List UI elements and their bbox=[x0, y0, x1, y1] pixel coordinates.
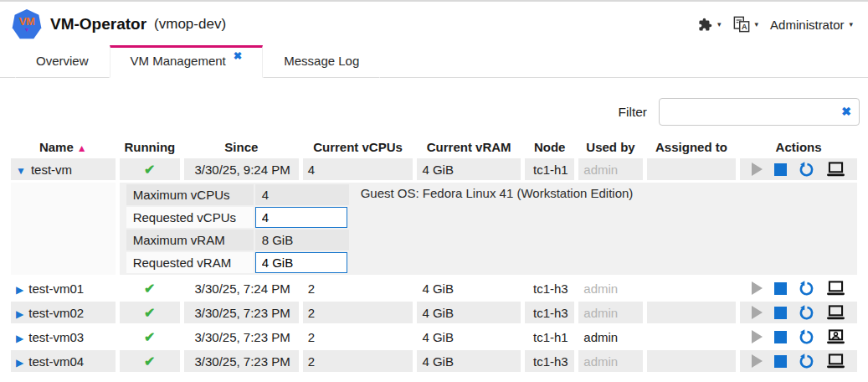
open-console-button[interactable] bbox=[826, 281, 845, 296]
translate-icon: A bbox=[733, 16, 750, 33]
property-label: Requested vRAM bbox=[126, 252, 254, 273]
running-check-icon: ✔ bbox=[144, 306, 155, 320]
column-header-name[interactable]: Name▲ bbox=[11, 138, 116, 156]
vm-name: test-vm02 bbox=[28, 306, 84, 320]
vm-since-cell: 3/30/25, 7:23 PM bbox=[184, 302, 299, 323]
start-vm-button[interactable] bbox=[752, 354, 763, 368]
vm-used-by-cell: admin bbox=[578, 158, 642, 180]
property-row: Requested vCPUs bbox=[126, 207, 349, 228]
open-console-button[interactable] bbox=[826, 354, 845, 369]
reset-vm-button[interactable] bbox=[799, 281, 814, 297]
vm-row-test-vm03: ▶test-vm03✔3/30/25, 7:23 PM24 GiBtc1-h1a… bbox=[11, 326, 857, 348]
expand-row-icon[interactable]: ▶ bbox=[16, 357, 23, 369]
vm-name: test-vm01 bbox=[28, 281, 84, 296]
start-vm-button[interactable] bbox=[752, 306, 763, 319]
stop-vm-button[interactable] bbox=[774, 331, 787, 343]
vm-current-vcpus-cell: 2 bbox=[303, 326, 413, 348]
console-in-use-icon bbox=[826, 329, 845, 344]
property-label: Maximum vRAM bbox=[126, 230, 254, 250]
vm-current-vram-cell: 4 GiB bbox=[417, 302, 521, 323]
vm-table: Name▲RunningSinceCurrent vCPUsCurrent vR… bbox=[7, 136, 861, 374]
reset-vm-button[interactable] bbox=[799, 329, 814, 345]
vm-name-cell: ▼test-vm bbox=[11, 158, 116, 180]
vm-node-cell: tc1-h1 bbox=[525, 326, 574, 348]
actions-group bbox=[745, 354, 852, 369]
vm-row-test-vm04: ▶test-vm04✔3/30/25, 7:23 PM24 GiBtc1-h3a… bbox=[11, 350, 857, 372]
vm-detail-panel: Maximum vCPUs4Requested vCPUsMaximum vRA… bbox=[120, 183, 857, 275]
components-menu-button[interactable]: ▾ bbox=[696, 14, 723, 35]
vm-operator-logo-icon: VM ▾ bbox=[12, 9, 42, 39]
reset-icon bbox=[799, 305, 814, 321]
vm-assigned-to-cell bbox=[647, 277, 737, 299]
property-value bbox=[255, 252, 349, 273]
actions-group bbox=[745, 305, 852, 321]
table-header-row: Name▲RunningSinceCurrent vCPUsCurrent vR… bbox=[11, 138, 857, 156]
reset-icon bbox=[799, 354, 814, 369]
vm-name: test-vm bbox=[31, 163, 72, 177]
tab-overview[interactable]: Overview bbox=[15, 44, 110, 78]
column-header-assigned-to[interactable]: Assigned to bbox=[647, 138, 737, 156]
language-menu-button[interactable]: A ▾ bbox=[732, 13, 761, 36]
property-value: 8 GiB bbox=[255, 230, 349, 250]
requested-vcpus-input[interactable] bbox=[255, 207, 347, 228]
stop-vm-button[interactable] bbox=[774, 307, 787, 319]
collapse-row-icon[interactable]: ▼ bbox=[16, 165, 26, 177]
expand-row-icon[interactable]: ▶ bbox=[16, 284, 23, 296]
filter-input[interactable] bbox=[659, 98, 860, 126]
vm-since-cell: 3/30/25, 7:23 PM bbox=[184, 326, 299, 348]
actions-group bbox=[745, 162, 852, 178]
expand-row-icon[interactable]: ▶ bbox=[16, 308, 23, 320]
column-header-actions[interactable]: Actions bbox=[740, 138, 857, 156]
column-header-used-by[interactable]: Used by bbox=[578, 138, 642, 156]
reset-vm-button[interactable] bbox=[799, 305, 814, 321]
chevron-down-icon: ▾ bbox=[717, 21, 722, 28]
vm-assigned-to-cell bbox=[647, 326, 737, 348]
clear-filter-icon[interactable]: ✖ bbox=[841, 105, 851, 118]
tab-message-log[interactable]: Message Log bbox=[263, 44, 380, 78]
column-header-current-vcpus[interactable]: Current vCPUs bbox=[303, 138, 413, 156]
vm-operator-app: VM ▾ VM-Operator (vmop-dev) ▾ A ▾ bbox=[0, 2, 868, 374]
vm-name: test-vm04 bbox=[28, 354, 84, 369]
running-check-icon: ✔ bbox=[144, 354, 155, 369]
close-tab-icon[interactable]: ✖ bbox=[234, 50, 242, 62]
reset-vm-button[interactable] bbox=[799, 162, 814, 178]
vm-name-cell: ▶test-vm04 bbox=[11, 350, 116, 372]
stop-icon bbox=[774, 307, 787, 319]
open-console-button-in-use[interactable] bbox=[826, 329, 845, 344]
column-header-since[interactable]: Since bbox=[184, 138, 299, 156]
vm-actions-cell bbox=[740, 158, 857, 180]
column-header-node[interactable]: Node bbox=[525, 138, 574, 156]
start-vm-button[interactable] bbox=[752, 163, 763, 176]
actions-group bbox=[745, 329, 852, 345]
vm-running-cell: ✔ bbox=[120, 158, 180, 180]
guest-os-info: Guest OS: Fedora Linux 41 (Workstation E… bbox=[361, 183, 634, 200]
user-menu-button[interactable]: Administrator ▾ bbox=[768, 14, 855, 35]
reset-icon bbox=[799, 329, 814, 345]
tab-vm-management[interactable]: VM Management✖ bbox=[110, 45, 264, 78]
start-vm-button[interactable] bbox=[752, 330, 763, 343]
vm-name: test-vm03 bbox=[28, 330, 84, 344]
property-value: 4 bbox=[255, 184, 349, 205]
actions-group bbox=[745, 281, 852, 297]
stop-icon bbox=[774, 282, 787, 295]
app-header: VM ▾ VM-Operator (vmop-dev) ▾ A ▾ bbox=[0, 2, 868, 42]
column-header-running[interactable]: Running bbox=[120, 138, 180, 156]
column-header-current-vram[interactable]: Current vRAM bbox=[417, 138, 521, 156]
vm-current-vram-cell: 4 GiB bbox=[417, 158, 521, 180]
stop-vm-button[interactable] bbox=[774, 163, 787, 176]
vm-actions-cell bbox=[740, 350, 857, 372]
vm-current-vram-cell: 4 GiB bbox=[417, 277, 521, 299]
stop-icon bbox=[774, 331, 787, 343]
vm-name-cell: ▶test-vm01 bbox=[11, 277, 116, 299]
vm-node-cell: tc1-h1 bbox=[525, 158, 574, 180]
open-console-button[interactable] bbox=[826, 305, 845, 320]
expand-row-icon[interactable]: ▶ bbox=[16, 333, 23, 344]
stop-vm-button[interactable] bbox=[774, 355, 787, 368]
vm-current-vcpus-cell: 2 bbox=[303, 302, 413, 323]
start-vm-button[interactable] bbox=[752, 281, 763, 295]
chevron-down-icon: ▾ bbox=[755, 21, 759, 28]
stop-vm-button[interactable] bbox=[774, 282, 787, 295]
requested-vram-input[interactable] bbox=[255, 252, 347, 273]
reset-vm-button[interactable] bbox=[799, 354, 814, 369]
open-console-button[interactable] bbox=[826, 162, 845, 177]
